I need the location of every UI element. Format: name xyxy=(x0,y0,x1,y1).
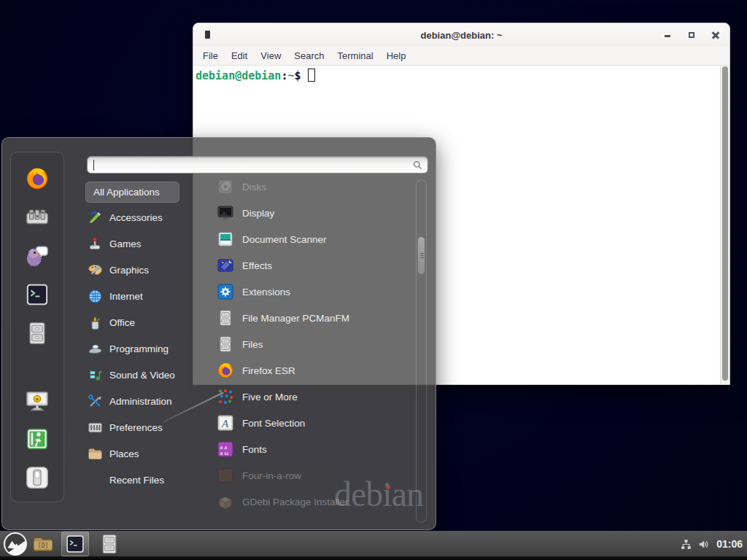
category-internet[interactable]: Internet xyxy=(85,283,195,309)
favorite-terminal[interactable] xyxy=(25,282,50,307)
file-manager-icon xyxy=(217,309,234,327)
category-programming[interactable]: Programming xyxy=(85,335,195,362)
favorite-firefox[interactable] xyxy=(25,166,50,191)
maximize-button[interactable] xyxy=(686,30,697,40)
category-graphics[interactable]: Graphics xyxy=(85,257,195,283)
menu-scrollbar[interactable] xyxy=(416,179,427,523)
minimize-button[interactable] xyxy=(662,30,673,40)
office-icon xyxy=(88,315,103,330)
network-icon[interactable] xyxy=(680,538,692,551)
terminal-menu-view[interactable]: View xyxy=(254,48,287,63)
app-extensions[interactable]: Extensions xyxy=(196,279,406,305)
sound-video-icon xyxy=(88,368,103,383)
terminal-menu-file[interactable]: File xyxy=(196,48,225,63)
accessories-icon xyxy=(88,210,103,225)
app-gdebi-package-installer[interactable]: GDebi Package Installer xyxy=(196,489,406,515)
app-font-selection[interactable]: AFont Selection xyxy=(196,410,406,436)
category-label: Administration xyxy=(109,396,172,407)
font-selection-icon: A xyxy=(217,414,234,432)
terminal-menu-help[interactable]: Help xyxy=(380,48,413,63)
preferences-icon xyxy=(88,420,103,435)
category-accessories[interactable]: Accessories xyxy=(85,204,195,230)
search-input[interactable] xyxy=(93,157,409,173)
app-file-manager-pcmanfm[interactable]: File Manager PCManFM xyxy=(196,305,406,331)
app-label: Files xyxy=(242,339,263,350)
category-all-applications-selected[interactable]: All Applications xyxy=(85,182,179,203)
app-label: Four-in-a-row xyxy=(242,470,301,481)
terminal-icon xyxy=(65,534,85,554)
category-label: Recent Files xyxy=(109,475,164,486)
taskbar-task-files[interactable] xyxy=(98,533,120,555)
app-label: Document Scanner xyxy=(242,234,327,245)
category-label: Programming xyxy=(109,343,169,354)
programming-icon xyxy=(88,341,103,357)
category-label: Preferences xyxy=(109,422,163,433)
category-administration[interactable]: Administration xyxy=(85,388,195,414)
app-effects[interactable]: Effects xyxy=(196,252,406,279)
app-label: Effects xyxy=(242,260,272,271)
app-label: Firefox ESR xyxy=(242,365,295,376)
watermark-red-dot xyxy=(386,485,390,489)
app-label: Five or More xyxy=(242,392,298,402)
app-disks[interactable]: Disks xyxy=(196,174,406,200)
category-preferences[interactable]: Preferences xyxy=(85,414,195,440)
no-icon xyxy=(88,472,103,488)
favorite-control-center[interactable] xyxy=(25,205,50,230)
firefox-icon xyxy=(217,362,234,379)
category-recent-files[interactable]: Recent Files xyxy=(85,467,195,493)
favorite-file-manager[interactable] xyxy=(25,321,50,346)
terminal-titlebar[interactable]: debian@debian: ~ xyxy=(193,23,729,47)
app-label: Disks xyxy=(242,182,266,192)
application-list: DisksDisplayDocument ScannerEffectsExten… xyxy=(196,174,406,515)
favorite-pidgin[interactable] xyxy=(25,244,50,268)
session-screensaver[interactable] xyxy=(25,388,50,413)
category-office[interactable]: Office xyxy=(85,309,195,335)
app-label: GDebi Package Installer xyxy=(242,497,349,508)
prompt-symbol: $ xyxy=(294,69,301,82)
gdebi-icon xyxy=(217,493,234,510)
terminal-scrollbar[interactable] xyxy=(720,66,729,384)
effects-icon xyxy=(217,257,234,274)
category-sound-video[interactable]: Sound & Video xyxy=(85,362,195,388)
app-files[interactable]: Files xyxy=(196,331,406,357)
clock[interactable]: 01:06 xyxy=(716,538,743,550)
menu-button[interactable] xyxy=(3,532,28,556)
terminal-menu-terminal[interactable]: Terminal xyxy=(331,48,380,63)
search-icon xyxy=(412,160,423,171)
category-label: Office xyxy=(109,317,135,328)
menu-scrollbar-thumb[interactable] xyxy=(417,236,425,275)
category-games[interactable]: Games xyxy=(85,230,195,257)
svg-text:[D]: [D] xyxy=(38,542,49,549)
four-in-a-row-icon xyxy=(217,467,234,484)
graphics-icon xyxy=(88,262,103,278)
category-label: Places xyxy=(109,448,139,459)
category-label: Internet xyxy=(109,291,143,302)
app-display[interactable]: Display xyxy=(196,200,406,226)
app-label: Fonts xyxy=(242,444,267,455)
app-firefox-esr[interactable]: Firefox ESR xyxy=(196,357,406,384)
terminal-menu-search[interactable]: Search xyxy=(287,48,330,63)
administration-icon xyxy=(88,394,103,409)
desktop-folder-launcher[interactable]: [D] xyxy=(31,533,55,555)
app-four-in-a-row[interactable]: Four-in-a-row xyxy=(196,462,406,489)
app-five-or-more[interactable]: Five or More xyxy=(196,384,406,410)
svg-text:A: A xyxy=(221,418,229,429)
app-document-scanner[interactable]: Document Scanner xyxy=(196,226,406,252)
terminal-menu-edit[interactable]: Edit xyxy=(225,48,254,63)
taskbar-task-terminal[interactable] xyxy=(61,532,89,556)
category-places[interactable]: Places xyxy=(85,440,195,467)
places-icon xyxy=(88,446,103,462)
document-scanner-icon xyxy=(217,230,234,248)
terminal-menubar: FileEditViewSearchTerminalHelp xyxy=(193,47,729,66)
app-fonts[interactable]: a aa ωFonts xyxy=(196,436,406,462)
session-shutdown[interactable] xyxy=(25,465,50,490)
internet-icon xyxy=(88,289,103,304)
volume-icon[interactable] xyxy=(697,538,710,551)
category-label: Sound & Video xyxy=(109,370,175,381)
app-label: Font Selection xyxy=(242,418,305,429)
session-logout[interactable] xyxy=(25,427,50,451)
menu-search-box[interactable] xyxy=(87,156,428,174)
close-button[interactable] xyxy=(711,30,721,40)
terminal-scrollbar-thumb[interactable] xyxy=(722,66,728,381)
application-menu: All ApplicationsAccessoriesGamesGraphics… xyxy=(1,137,436,530)
